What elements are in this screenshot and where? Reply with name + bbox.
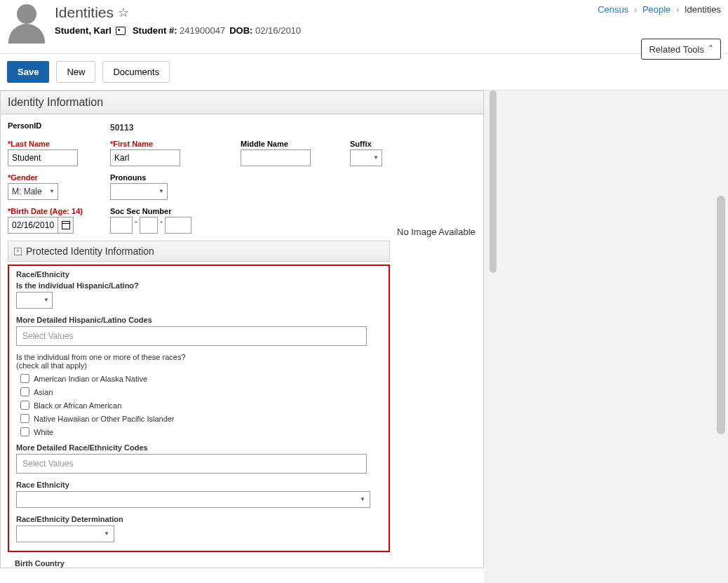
first-name-label: *First Name (110, 140, 229, 148)
no-image-text: No Image Available (390, 121, 476, 568)
last-name-input[interactable] (8, 149, 78, 166)
races-question-sub: (check all that apply) (16, 361, 382, 370)
save-button[interactable]: Save (7, 61, 49, 83)
race-section-label: Race/Ethnicity (16, 270, 382, 279)
page-title-text: Identities (55, 4, 114, 21)
student-name: Student, Karl (55, 25, 112, 36)
chevron-right-icon: › (634, 4, 637, 15)
hispanic-question: Is the individual Hispanic/Latino? (16, 281, 382, 290)
dob-label: DOB: (229, 25, 252, 36)
ssn-part-1[interactable] (110, 217, 133, 234)
race-label-white: White (34, 428, 53, 436)
student-no: 241900047 (180, 25, 225, 36)
scrollbar[interactable] (490, 91, 497, 273)
birth-country-label: Birth Country (15, 559, 383, 568)
chevron-up-icon: ˄ (708, 43, 713, 55)
person-id-label: PersonID (8, 121, 99, 130)
protected-section-label: Protected Identity Information (26, 246, 154, 257)
new-button[interactable]: New (56, 61, 95, 83)
breadcrumb-people[interactable]: People (642, 4, 670, 15)
favorite-star-icon[interactable]: ☆ (118, 5, 129, 20)
breadcrumb-census[interactable]: Census (598, 4, 628, 15)
last-name-label: *Last Name (8, 140, 99, 148)
race-checkbox-asian[interactable] (20, 387, 29, 396)
ssn-part-3[interactable] (165, 217, 191, 234)
gender-value: M: Male (12, 187, 42, 196)
race-label-black: Black or African American (34, 401, 121, 410)
date-picker-button[interactable] (58, 217, 74, 234)
protected-section-header[interactable]: + Protected Identity Information (8, 241, 390, 262)
birth-date-input[interactable] (8, 217, 58, 234)
determination-label: Race/Ethnicity Determination (16, 515, 382, 523)
ssn-label: Soc Sec Number (110, 207, 191, 215)
middle-name-label: Middle Name (241, 140, 339, 148)
student-no-label: Student #: (133, 25, 177, 36)
gender-select[interactable]: M: Male (8, 183, 58, 200)
ssn-part-2[interactable] (140, 217, 158, 234)
race-checkbox-black[interactable] (20, 401, 29, 410)
related-tools-button[interactable]: Related Tools ˄ (641, 39, 721, 60)
race-label-aian: American Indian or Alaska Native (34, 375, 147, 383)
related-tools-label: Related Tools (649, 44, 704, 55)
determination-select[interactable] (16, 525, 114, 542)
identity-section-header: Identity Information (1, 91, 483, 114)
race-label-asian: Asian (34, 388, 53, 396)
pronouns-select[interactable] (110, 183, 168, 200)
race-checkbox-nhpi[interactable] (20, 414, 29, 423)
race-label-nhpi: Native Hawaiian or Other Pacific Islande… (34, 415, 175, 423)
breadcrumb-current: Identities (685, 4, 721, 15)
pronouns-label: Pronouns (110, 173, 168, 182)
person-id-value: 50113 (110, 123, 133, 133)
races-question: Is the individual from one or more of th… (16, 353, 382, 361)
hispanic-select[interactable] (16, 292, 53, 309)
race-checkbox-white[interactable] (20, 427, 29, 436)
middle-name-input[interactable] (241, 149, 311, 166)
dob-value: 02/16/2010 (255, 25, 301, 36)
breadcrumb: Census › People › Identities (598, 4, 721, 15)
avatar (7, 4, 46, 43)
documents-button[interactable]: Documents (102, 61, 170, 83)
id-card-icon[interactable] (116, 27, 126, 35)
first-name-input[interactable] (110, 149, 180, 166)
race-ethnicity-select[interactable] (16, 491, 370, 508)
scrollbar[interactable] (717, 196, 725, 434)
chevron-right-icon: › (676, 4, 679, 15)
race-ethnicity-section: Race/Ethnicity Is the individual Hispani… (8, 264, 390, 552)
detailed-race-label: More Detailed Race/Ethnicity Codes (16, 443, 382, 452)
birth-date-label: *Birth Date (Age: 14) (8, 207, 99, 215)
placeholder-text: Select Values (22, 331, 74, 341)
race-checkbox-aian[interactable] (20, 374, 29, 383)
detailed-hispanic-multiselect[interactable]: Select Values (16, 326, 367, 346)
detailed-race-multiselect[interactable]: Select Values (16, 454, 367, 474)
detailed-hispanic-label: More Detailed Hispanic/Latino Codes (16, 316, 382, 324)
placeholder-text: Select Values (22, 459, 74, 469)
race-ethnicity-label: Race Ethnicity (16, 481, 382, 489)
calendar-icon (62, 221, 70, 229)
expand-icon[interactable]: + (14, 248, 22, 255)
gender-label: *Gender (8, 173, 99, 182)
suffix-label: Suffix (350, 140, 382, 148)
suffix-select[interactable] (350, 149, 382, 166)
